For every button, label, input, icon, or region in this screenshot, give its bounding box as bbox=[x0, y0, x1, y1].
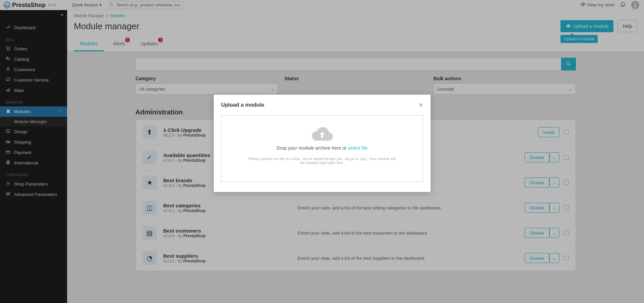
dropzone-text: Drop your module archive here or select … bbox=[228, 145, 416, 151]
dropzone-hint: Please upload one file at a time, .zip o… bbox=[247, 157, 398, 165]
modal-close-button[interactable]: × bbox=[419, 101, 423, 109]
modal-overlay[interactable]: Upload a module × Drop your module archi… bbox=[0, 0, 644, 303]
modal-title: Upload a module bbox=[221, 102, 264, 108]
dropzone-select-file-link[interactable]: select file bbox=[348, 145, 367, 151]
upload-modal: Upload a module × Drop your module archi… bbox=[214, 95, 431, 192]
close-icon: × bbox=[419, 101, 423, 109]
cloud-upload-icon bbox=[311, 126, 334, 142]
upload-dropzone[interactable]: Drop your module archive here or select … bbox=[221, 115, 423, 182]
dropzone-text-pre: Drop your module archive here or bbox=[277, 145, 348, 151]
